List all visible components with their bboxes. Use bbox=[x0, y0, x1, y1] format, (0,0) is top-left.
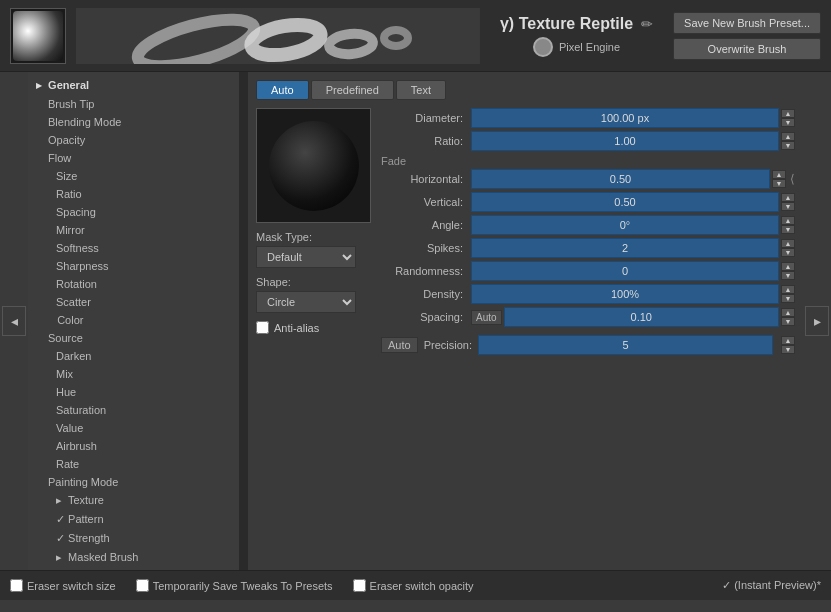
sidebar-item-painting-mode[interactable]: Painting Mode bbox=[28, 473, 247, 491]
eraser-size-input[interactable] bbox=[10, 579, 23, 592]
precision-label: Precision: bbox=[424, 339, 472, 351]
sidebar-scroll[interactable]: ▸ General Brush Tip Blending Mode Opacit… bbox=[28, 72, 247, 570]
ratio-up[interactable]: ▲ bbox=[781, 132, 795, 141]
sidebar-item-softness[interactable]: Softness bbox=[28, 239, 247, 257]
brush-name: γ) Texture Reptile bbox=[500, 15, 633, 33]
shape-select[interactable]: Circle Square Diamond bbox=[256, 291, 356, 313]
horizontal-down[interactable]: ▼ bbox=[772, 179, 786, 188]
sidebar-item-hue[interactable]: Hue bbox=[28, 383, 247, 401]
brush-icon-image bbox=[13, 11, 63, 61]
tabs: Auto Predefined Text bbox=[256, 80, 795, 100]
engine-label: Pixel Engine bbox=[559, 41, 620, 53]
horizontal-spinner: ▲ ▼ bbox=[772, 170, 786, 188]
randomness-row: Randomness: 0 ▲ ▼ bbox=[381, 261, 795, 281]
angle-bar[interactable]: 0° bbox=[471, 215, 779, 235]
spacing-bar[interactable]: 0.10 bbox=[504, 307, 779, 327]
tab-predefined[interactable]: Predefined bbox=[311, 80, 394, 100]
sidebar-item-size[interactable]: Size bbox=[28, 167, 247, 185]
vertical-down[interactable]: ▼ bbox=[781, 202, 795, 211]
sidebar-item-rotation[interactable]: Rotation bbox=[28, 275, 247, 293]
sidebar-item-brush-tip[interactable]: Brush Tip bbox=[28, 95, 247, 113]
sidebar-item-saturation[interactable]: Saturation bbox=[28, 401, 247, 419]
brush-title-area: γ) Texture Reptile ✏ Pixel Engine bbox=[500, 15, 653, 57]
sidebar-item-general[interactable]: ▸ General bbox=[28, 76, 247, 95]
diameter-down[interactable]: ▼ bbox=[781, 118, 795, 127]
lock-icon: ⟨ bbox=[790, 172, 795, 186]
randomness-bar[interactable]: 0 bbox=[471, 261, 779, 281]
instant-preview-area: ✓ (Instant Preview)* bbox=[722, 579, 821, 592]
sidebar-item-strength[interactable]: ✓ Strength bbox=[28, 529, 247, 548]
sidebar-item-pattern[interactable]: ✓ Pattern bbox=[28, 510, 247, 529]
eraser-size-checkbox[interactable]: Eraser switch size bbox=[10, 579, 116, 592]
nav-left-arrow[interactable]: ◂ bbox=[2, 306, 26, 336]
sidebar-item-brush-tip-bottom[interactable]: Brush Tip bbox=[28, 567, 247, 570]
ratio-label: Ratio: bbox=[381, 135, 471, 147]
randomness-up[interactable]: ▲ bbox=[781, 262, 795, 271]
randomness-spinner: ▲ ▼ bbox=[781, 262, 795, 280]
brush-circle bbox=[269, 121, 359, 211]
sidebar-item-opacity[interactable]: Opacity bbox=[28, 131, 247, 149]
angle-up[interactable]: ▲ bbox=[781, 216, 795, 225]
nav-right-arrow[interactable]: ▸ bbox=[805, 306, 829, 336]
precision-bar[interactable]: 5 bbox=[478, 335, 773, 355]
angle-row: Angle: 0° ▲ ▼ bbox=[381, 215, 795, 235]
sidebar-scrollbar[interactable] bbox=[239, 72, 247, 570]
spikes-spinner: ▲ ▼ bbox=[781, 239, 795, 257]
spacing-auto-tag[interactable]: Auto bbox=[471, 310, 502, 325]
save-tweaks-checkbox[interactable]: Temporarily Save Tweaks To Presets bbox=[136, 579, 333, 592]
sidebar-item-rate[interactable]: Rate bbox=[28, 455, 247, 473]
save-new-preset-button[interactable]: Save New Brush Preset... bbox=[673, 12, 821, 34]
sidebar-item-blending-mode[interactable]: Blending Mode bbox=[28, 113, 247, 131]
vertical-bar[interactable]: 0.50 bbox=[471, 192, 779, 212]
precision-value: 5 bbox=[483, 339, 768, 351]
precision-up[interactable]: ▲ bbox=[781, 336, 795, 345]
anti-alias-checkbox[interactable] bbox=[256, 321, 269, 334]
sidebar-item-mix[interactable]: Mix bbox=[28, 365, 247, 383]
sidebar-item-sharpness[interactable]: Sharpness bbox=[28, 257, 247, 275]
spikes-up[interactable]: ▲ bbox=[781, 239, 795, 248]
eraser-opacity-input[interactable] bbox=[353, 579, 366, 592]
ratio-down[interactable]: ▼ bbox=[781, 141, 795, 150]
sidebar-item-mirror[interactable]: Mirror bbox=[28, 221, 247, 239]
sidebar-item-ratio[interactable]: Ratio bbox=[28, 185, 247, 203]
spacing-up[interactable]: ▲ bbox=[781, 308, 795, 317]
eraser-opacity-checkbox[interactable]: Eraser switch opacity bbox=[353, 579, 474, 592]
vertical-up[interactable]: ▲ bbox=[781, 193, 795, 202]
mask-type-select[interactable]: Default Circle Square bbox=[256, 246, 356, 268]
spikes-down[interactable]: ▼ bbox=[781, 248, 795, 257]
density-down[interactable]: ▼ bbox=[781, 294, 795, 303]
spacing-down[interactable]: ▼ bbox=[781, 317, 795, 326]
horizontal-value: 0.50 bbox=[476, 173, 765, 185]
horizontal-row: Horizontal: 0.50 ▲ ▼ ⟨ bbox=[381, 169, 795, 189]
sidebar-item-darken[interactable]: Darken bbox=[28, 347, 247, 365]
horizontal-up[interactable]: ▲ bbox=[772, 170, 786, 179]
ratio-bar[interactable]: 1.00 bbox=[471, 131, 779, 151]
shape-label: Shape: bbox=[256, 276, 371, 288]
sidebar-item-texture[interactable]: ▸ Texture bbox=[28, 491, 247, 510]
randomness-down[interactable]: ▼ bbox=[781, 271, 795, 280]
sidebar-item-scatter[interactable]: Scatter bbox=[28, 293, 247, 311]
sidebar-item-spacing[interactable]: Spacing bbox=[28, 203, 247, 221]
spikes-bar[interactable]: 2 bbox=[471, 238, 779, 258]
diameter-up[interactable]: ▲ bbox=[781, 109, 795, 118]
overwrite-brush-button[interactable]: Overwrite Brush bbox=[673, 38, 821, 60]
horizontal-bar[interactable]: 0.50 bbox=[471, 169, 770, 189]
sidebar-item-masked-brush[interactable]: ▸ Masked Brush bbox=[28, 548, 247, 567]
sidebar-item-value[interactable]: Value bbox=[28, 419, 247, 437]
angle-down[interactable]: ▼ bbox=[781, 225, 795, 234]
save-tweaks-input[interactable] bbox=[136, 579, 149, 592]
edit-brush-icon[interactable]: ✏ bbox=[641, 16, 653, 32]
tab-auto[interactable]: Auto bbox=[256, 80, 309, 100]
precision-down[interactable]: ▼ bbox=[781, 345, 795, 354]
diameter-bar[interactable]: 100.00 px bbox=[471, 108, 779, 128]
sidebar-item-source[interactable]: Source bbox=[28, 329, 247, 347]
sidebar-item-flow[interactable]: Flow bbox=[28, 149, 247, 167]
density-bar[interactable]: 100% bbox=[471, 284, 779, 304]
tab-text[interactable]: Text bbox=[396, 80, 446, 100]
mask-type-label: Mask Type: bbox=[256, 231, 371, 243]
precision-auto-button[interactable]: Auto bbox=[381, 337, 418, 353]
sidebar-item-color[interactable]: Color bbox=[28, 311, 247, 329]
density-up[interactable]: ▲ bbox=[781, 285, 795, 294]
sidebar-item-airbrush[interactable]: Airbrush bbox=[28, 437, 247, 455]
vertical-value: 0.50 bbox=[476, 196, 774, 208]
